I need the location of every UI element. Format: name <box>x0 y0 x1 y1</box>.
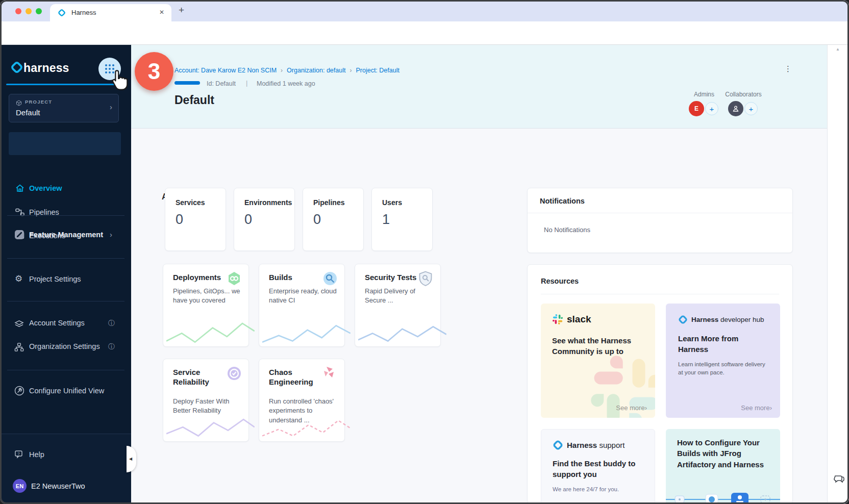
stat-value: 1 <box>382 212 390 228</box>
divider <box>7 215 124 216</box>
module-card-builds[interactable]: Builds Enterprise ready, cloud native CI <box>259 264 345 347</box>
see-more-link[interactable]: See more› <box>741 404 772 412</box>
breadcrumb-project[interactable]: Project: Default <box>356 67 399 74</box>
svg-text:+: + <box>764 497 767 502</box>
admin-avatar[interactable]: E <box>689 101 704 116</box>
harness-logo-icon <box>553 440 563 450</box>
page-header: Account: Dave Karow E2 Non SCIM›Organiza… <box>131 45 827 129</box>
module-card-security-tests[interactable]: Security Tests Rapid Delivery of Secure … <box>355 264 441 347</box>
progress-bar <box>174 81 200 85</box>
sidebar-item-label: Overview <box>29 184 62 192</box>
browser-window: Harness ✕ + ← → ⟳ app.harness.io/ng/acco… <box>0 0 849 504</box>
main-content: Account: Dave Karow E2 Non SCIM›Organiza… <box>131 45 827 504</box>
harness-favicon-icon <box>58 9 66 17</box>
module-card-chaos-engineering[interactable]: Chaos Engineering Run controlled 'chaos'… <box>259 359 345 442</box>
traffic-close-button[interactable] <box>15 8 21 14</box>
close-icon[interactable]: ✕ <box>159 9 164 16</box>
module-card-service-reliability[interactable]: Service Reliability Deploy Faster With B… <box>163 359 249 442</box>
chevron-right-icon: › <box>110 230 112 239</box>
resource-card-slack[interactable]: slack See what the Harness Community is … <box>541 304 655 418</box>
collaborator-avatar[interactable] <box>728 101 743 116</box>
chaos-icon <box>322 366 338 381</box>
module-description: Pipelines, GitOps... we have you covered <box>173 287 241 306</box>
info-icon[interactable]: ⓘ <box>108 342 115 351</box>
gear-icon[interactable]: ⚙ <box>15 273 22 284</box>
chat-icon[interactable] <box>832 472 845 485</box>
sidebar: harness PROJECT Default › Overview <box>0 45 131 504</box>
resource-headline: Learn More from Harness <box>678 333 757 355</box>
browser-tab[interactable]: Harness ✕ <box>50 4 171 21</box>
sidebar-item-help[interactable]: Help <box>29 450 44 459</box>
new-tab-button[interactable]: + <box>179 5 184 16</box>
feature-flags-icon[interactable] <box>14 230 24 240</box>
brand-name: harness <box>23 61 69 75</box>
ci-icon <box>322 271 338 286</box>
reliability-icon <box>227 366 242 381</box>
info-icon[interactable]: ⓘ <box>108 319 115 328</box>
cursor-pointer-icon <box>108 68 132 92</box>
breadcrumb-organization[interactable]: Organization: default <box>287 67 345 74</box>
chevron-right-icon: › <box>281 67 283 74</box>
brand-bold: Harness <box>691 316 718 323</box>
stat-card-users[interactable]: Users 1 <box>371 188 433 251</box>
chevron-right-icon: › <box>110 103 112 111</box>
page-title: Default <box>174 93 214 107</box>
screenshot: Harness ✕ + ← → ⟳ app.harness.io/ng/acco… <box>0 0 849 504</box>
wrench-icon[interactable] <box>14 386 24 396</box>
divider <box>7 258 124 259</box>
stat-card-services[interactable]: Services 0 <box>165 188 226 251</box>
meta-separator: | <box>246 79 247 87</box>
help-icon[interactable]: ? <box>14 450 24 460</box>
home-icon <box>15 184 24 193</box>
brand-bold: Harness <box>567 441 597 449</box>
resource-card-support[interactable]: Harness support Find the Best buddy to s… <box>541 429 655 504</box>
sidebar-item-project-settings[interactable]: Project Settings <box>29 275 81 283</box>
scroll-up-icon[interactable]: ▲ <box>836 47 840 52</box>
annotation-step-badge: 3 <box>135 52 173 91</box>
sidebar-item-organization-settings[interactable]: Organization Settings <box>29 342 100 350</box>
traffic-zoom-button[interactable] <box>36 8 42 14</box>
project-selector[interactable]: PROJECT Default › <box>9 94 119 122</box>
notifications-heading: Notifications <box>540 197 585 205</box>
org-chart-icon[interactable] <box>14 342 24 352</box>
stat-label: Environments <box>244 198 292 207</box>
kebab-icon[interactable]: ⋮ <box>784 64 792 73</box>
module-description: Rapid Delivery of Secure ... <box>365 287 433 306</box>
add-admin-button[interactable]: + <box>705 102 718 115</box>
module-card-deployments[interactable]: Deployments Pipelines, GitOps... we have… <box>163 264 249 347</box>
support-brand: Harness support <box>553 440 625 450</box>
stat-label: Pipelines <box>313 198 344 207</box>
sidebar-item-account-settings[interactable]: Account Settings <box>29 319 85 327</box>
module-title: Service Reliability <box>173 368 229 387</box>
module-title: Chaos Engineering <box>269 368 325 387</box>
slack-brand: slack <box>552 314 591 325</box>
scrollbar-gutter[interactable]: ▲ <box>827 45 849 504</box>
sidebar-item-configure-unified-view[interactable]: Configure Unified View <box>29 387 104 395</box>
project-eyebrow: PROJECT <box>25 99 52 105</box>
module-description: Enterprise ready, cloud native CI <box>269 287 337 306</box>
add-collaborator-button[interactable]: + <box>744 102 758 115</box>
resource-card-jfrog[interactable]: How to Configure Your Builds with JFrog … <box>666 429 780 504</box>
resource-card-developer-hub[interactable]: Harness developer hub Learn More from Ha… <box>666 304 780 418</box>
harness-app: harness PROJECT Default › Overview <box>0 45 849 504</box>
sidebar-item-overview[interactable] <box>9 132 121 155</box>
cd-icon <box>227 271 242 286</box>
svg-text:?: ? <box>17 451 20 456</box>
chevron-right-icon: › <box>645 404 647 412</box>
breadcrumb-account[interactable]: Account: Dave Karow E2 Non SCIM <box>174 67 277 74</box>
breadcrumb: Account: Dave Karow E2 Non SCIM›Organiza… <box>174 65 399 74</box>
traffic-minimize-button[interactable] <box>26 8 32 14</box>
sidebar-item-feature-management[interactable]: Feature Management <box>29 231 103 239</box>
tab-strip: Harness ✕ + <box>0 0 849 21</box>
stat-card-environments[interactable]: Environments 0 <box>234 188 295 251</box>
chevron-right-icon: › <box>770 404 772 412</box>
layers-icon[interactable] <box>14 319 24 329</box>
see-more-link[interactable]: See more› <box>616 404 647 412</box>
divider <box>528 213 792 213</box>
stat-card-pipelines[interactable]: Pipelines 0 <box>303 188 364 251</box>
chevron-right-icon: › <box>349 67 352 74</box>
user-name[interactable]: E2 NewuserTwo <box>31 482 85 490</box>
resources-heading: Resources <box>541 277 579 285</box>
user-avatar[interactable]: EN <box>13 479 27 493</box>
divider <box>7 301 124 301</box>
